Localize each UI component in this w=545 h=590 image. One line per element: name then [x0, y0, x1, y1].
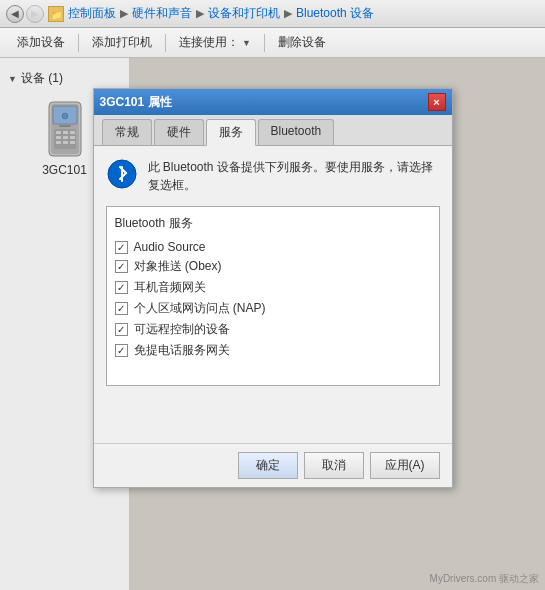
service-item-0: Audio Source — [115, 238, 431, 256]
info-row: 此 Bluetooth 设备提供下列服务。要使用服务，请选择复选框。 — [106, 158, 440, 194]
service-checkbox-0[interactable] — [115, 241, 128, 254]
service-label-5: 免提电话服务网关 — [134, 342, 230, 359]
separator-1 — [78, 34, 79, 52]
add-printer-label: 添加打印机 — [92, 34, 152, 51]
dialog-body: 此 Bluetooth 设备提供下列服务。要使用服务，请选择复选框。 Bluet… — [94, 146, 452, 443]
breadcrumb-item-4[interactable]: Bluetooth 设备 — [296, 5, 374, 22]
service-item-1: 对象推送 (Obex) — [115, 256, 431, 277]
dialog-title: 3GC101 属性 — [100, 94, 172, 111]
add-device-button[interactable]: 添加设备 — [8, 31, 74, 54]
service-label-2: 耳机音频网关 — [134, 279, 206, 296]
folder-icon: 📁 — [48, 6, 64, 22]
service-checkbox-1[interactable] — [115, 260, 128, 273]
service-item-3: 个人区域网访问点 (NAP) — [115, 298, 431, 319]
service-checkbox-2[interactable] — [115, 281, 128, 294]
dropdown-arrow-icon: ▼ — [242, 38, 251, 48]
info-text: 此 Bluetooth 设备提供下列服务。要使用服务，请选择复选框。 — [148, 158, 440, 194]
dialog-footer: 确定 取消 应用(A) — [94, 443, 452, 487]
services-group-label: Bluetooth 服务 — [115, 215, 431, 232]
service-checkbox-4[interactable] — [115, 323, 128, 336]
breadcrumb: 控制面板 ▶ 硬件和声音 ▶ 设备和打印机 ▶ Bluetooth 设备 — [68, 5, 539, 22]
toolbar: 添加设备 添加打印机 连接使用： ▼ 删除设备 — [0, 28, 545, 58]
cancel-button[interactable]: 取消 — [304, 452, 364, 479]
tab-general[interactable]: 常规 — [102, 119, 152, 145]
breadcrumb-item-2[interactable]: 硬件和声音 — [132, 5, 192, 22]
path-separator-2: ▶ — [196, 7, 204, 20]
service-item-2: 耳机音频网关 — [115, 277, 431, 298]
separator-2 — [165, 34, 166, 52]
dialog-titlebar: 3GC101 属性 × — [94, 89, 452, 115]
watermark: MyDrivers.com 驱动之家 — [430, 572, 539, 586]
services-group: Bluetooth 服务 Audio Source 对象推送 (Obex) 耳机… — [106, 206, 440, 386]
dialog-close-button[interactable]: × — [428, 93, 446, 111]
service-checkbox-5[interactable] — [115, 344, 128, 357]
service-label-4: 可远程控制的设备 — [134, 321, 230, 338]
service-label-3: 个人区域网访问点 (NAP) — [134, 300, 266, 317]
dialog-overlay: 3GC101 属性 × 常规 硬件 服务 Bluetooth — [0, 58, 545, 590]
separator-3 — [264, 34, 265, 52]
service-item-4: 可远程控制的设备 — [115, 319, 431, 340]
delete-device-label: 删除设备 — [278, 34, 326, 51]
add-device-label: 添加设备 — [17, 34, 65, 51]
back-button[interactable]: ◀ — [6, 5, 24, 23]
path-separator-3: ▶ — [284, 7, 292, 20]
nav-buttons: ◀ ▶ — [6, 5, 44, 23]
service-item-5: 免提电话服务网关 — [115, 340, 431, 361]
path-separator-1: ▶ — [120, 7, 128, 20]
connect-label: 连接使用： — [179, 34, 239, 51]
breadcrumb-item-1[interactable]: 控制面板 — [68, 5, 116, 22]
service-label-1: 对象推送 (Obex) — [134, 258, 222, 275]
add-printer-button[interactable]: 添加打印机 — [83, 31, 161, 54]
main-content: ▼ 设备 (1) — [0, 58, 545, 590]
properties-dialog: 3GC101 属性 × 常规 硬件 服务 Bluetooth — [93, 88, 453, 488]
service-checkbox-3[interactable] — [115, 302, 128, 315]
apply-button[interactable]: 应用(A) — [370, 452, 440, 479]
bluetooth-svg — [107, 159, 137, 189]
forward-button[interactable]: ▶ — [26, 5, 44, 23]
ok-button[interactable]: 确定 — [238, 452, 298, 479]
tab-hardware[interactable]: 硬件 — [154, 119, 204, 145]
tab-services[interactable]: 服务 — [206, 119, 256, 146]
address-bar: ◀ ▶ 📁 控制面板 ▶ 硬件和声音 ▶ 设备和打印机 ▶ Bluetooth … — [0, 0, 545, 28]
delete-device-button[interactable]: 删除设备 — [269, 31, 335, 54]
connect-button[interactable]: 连接使用： ▼ — [170, 31, 260, 54]
tab-bar: 常规 硬件 服务 Bluetooth — [94, 115, 452, 146]
bluetooth-icon — [106, 158, 138, 190]
tab-bluetooth[interactable]: Bluetooth — [258, 119, 335, 145]
breadcrumb-item-3[interactable]: 设备和打印机 — [208, 5, 280, 22]
service-label-0: Audio Source — [134, 240, 206, 254]
